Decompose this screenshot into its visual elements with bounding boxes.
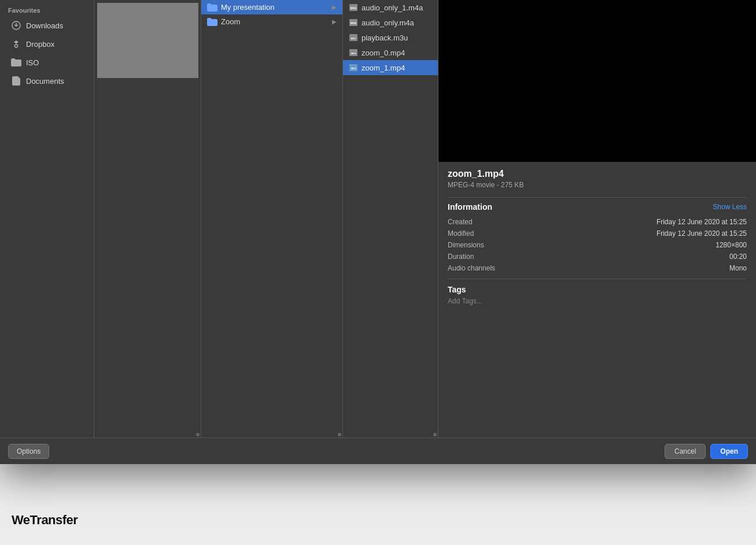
folder-item-label-zoom: Zoom [221,17,240,26]
show-less-link[interactable]: Show Less [713,203,747,211]
svg-text:M4A: M4A [351,21,357,25]
svg-text:M4A: M4A [351,6,357,10]
file-item-audio-only-2[interactable]: M4A audio_only.m4a [343,15,438,30]
arrow-icon-zoom: ▶ [332,18,337,25]
file-label-audio-only-1: audio_only_1.m4a [362,3,423,12]
info-label-duration: Duration [448,253,474,261]
info-row-duration: Duration 00:20 [448,251,747,262]
info-label-audio-channels: Audio channels [448,264,495,272]
sidebar: Favourites Downloads Dropbox [0,0,94,438]
file-label-zoom-0: zoom_0.mp4 [362,49,405,57]
file-meta: MPEG-4 movie - 275 KB [448,181,747,189]
svg-text:M3U: M3U [351,37,356,40]
info-label-modified: Modified [448,229,474,238]
folder-item-zoom[interactable]: Zoom ▶ [201,14,342,29]
file-item-audio-only-1[interactable]: M4A audio_only_1.m4a [343,0,438,15]
file-browser: My presentation ▶ Zoom ▶ [94,0,756,438]
info-value-duration: 00:20 [729,253,747,261]
sidebar-item-downloads[interactable]: Downloads [2,17,91,34]
sidebar-section-label: Favourites [0,0,94,16]
preview-panel: zoom_1.mp4 MPEG-4 movie - 275 KB Informa… [438,0,756,438]
open-button[interactable]: Open [710,444,748,459]
tags-placeholder[interactable]: Add Tags... [448,297,747,305]
cancel-button[interactable]: Cancel [665,444,706,459]
folder-item-my-presentation[interactable]: My presentation ▶ [201,0,342,14]
sidebar-preview-area [0,90,94,438]
tags-section: Tags Add Tags... [448,285,747,305]
column-pane-1 [94,0,201,438]
info-row-dimensions: Dimensions 1280×800 [448,239,747,251]
file-label-audio-only-2: audio_only.m4a [362,18,414,27]
dialog-footer: Options Cancel Open [0,438,756,464]
column-pane-2: My presentation ▶ Zoom ▶ [201,0,343,438]
resize-handle-1[interactable] [196,433,201,438]
sidebar-item-dropbox[interactable]: Dropbox [2,35,91,53]
sidebar-item-label-iso: ISO [26,58,39,67]
info-value-dimensions: 1280×800 [716,241,747,249]
divider-2 [448,279,747,279]
file-item-zoom-0[interactable]: MP4 zoom_0.mp4 [343,45,438,60]
options-button[interactable]: Options [8,444,49,459]
arrow-icon-my-presentation: ▶ [332,4,337,10]
info-value-created: Friday 12 June 2020 at 15:25 [657,218,747,226]
resize-handle-3[interactable] [433,433,438,438]
info-row-audio-channels: Audio channels Mono [448,262,747,274]
video-preview [438,0,756,162]
info-row-created: Created Friday 12 June 2020 at 15:25 [448,216,747,228]
folder-icon-iso [10,57,22,68]
info-value-audio-channels: Mono [729,264,747,272]
file-item-zoom-1[interactable]: MP4 zoom_1.mp4 [343,60,438,75]
sidebar-item-label-dropbox: Dropbox [26,40,54,49]
column-pane-3: M4A audio_only_1.m4a M4A audio_only.m4a [343,0,438,438]
document-icon [10,75,22,87]
column-content-2[interactable]: My presentation ▶ Zoom ▶ [201,0,342,438]
sidebar-item-iso[interactable]: ISO [2,54,91,71]
svg-text:MP4: MP4 [351,67,356,70]
sidebar-item-label-downloads: Downloads [26,21,63,30]
sidebar-item-label-documents: Documents [26,77,64,86]
file-title: zoom_1.mp4 [448,169,747,179]
info-label-dimensions: Dimensions [448,241,484,249]
folder-item-label-my-presentation: My presentation [221,3,275,12]
file-item-playback[interactable]: M3U playback.m3u [343,30,438,45]
footer-right: Cancel Open [665,444,748,459]
info-section-title: Information [448,202,492,212]
file-info: zoom_1.mp4 MPEG-4 movie - 275 KB Informa… [438,162,756,312]
column-content-3[interactable]: M4A audio_only_1.m4a M4A audio_only.m4a [343,0,438,438]
file-label-playback: playback.m3u [362,34,408,42]
file-label-zoom-1: zoom_1.mp4 [362,64,405,72]
dropbox-icon [10,38,22,50]
tags-title: Tags [448,285,747,294]
info-row-modified: Modified Friday 12 June 2020 at 15:25 [448,228,747,239]
svg-text:MP4: MP4 [351,52,356,55]
info-value-modified: Friday 12 June 2020 at 15:25 [657,229,747,238]
info-section-header: Information Show Less [448,202,747,212]
resize-handle-2[interactable] [338,433,342,438]
file-picker-dialog: Favourites Downloads Dropbox [0,0,756,464]
dialog-body: Favourites Downloads Dropbox [0,0,756,438]
sidebar-item-documents[interactable]: Documents [2,72,91,90]
info-label-created: Created [448,218,473,226]
thumbnail-preview [97,3,198,78]
download-icon [10,20,22,31]
wetransfer-logo: WeTransfer [12,513,78,528]
column-content-1 [94,0,201,438]
divider-1 [448,197,747,198]
